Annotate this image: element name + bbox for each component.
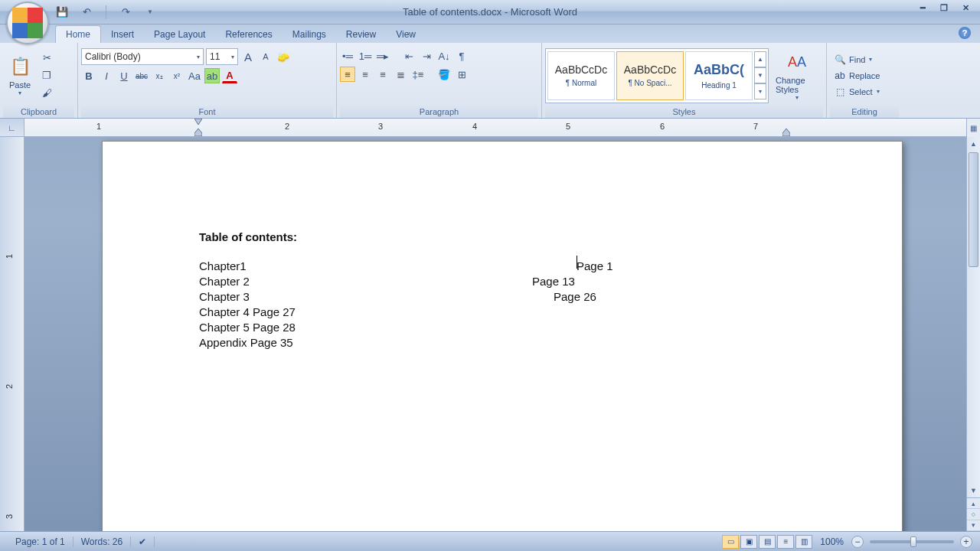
zoom-slider-knob[interactable] bbox=[910, 536, 916, 547]
ruler-tick-4: 4 bbox=[472, 122, 477, 131]
copy-button[interactable]: ❐ bbox=[39, 68, 54, 83]
scroll-thumb[interactable] bbox=[969, 152, 978, 267]
font-size-combo[interactable]: 11▾ bbox=[206, 48, 238, 65]
multilevel-list-button[interactable]: ═▸ bbox=[375, 48, 390, 64]
borders-button[interactable]: ⊞ bbox=[454, 67, 469, 82]
qat-customize-button[interactable]: ▼ bbox=[143, 5, 157, 19]
zoom-level[interactable]: 100% bbox=[820, 536, 844, 547]
style-heading-1[interactable]: AaBbC( Heading 1 bbox=[685, 51, 753, 100]
underline-button[interactable]: U bbox=[116, 68, 132, 83]
horizontal-ruler[interactable]: 1 2 3 4 5 6 7 bbox=[24, 119, 980, 136]
window-title: Table of contents.docx - Microsoft Word bbox=[403, 6, 577, 18]
superscript-button[interactable]: x² bbox=[169, 68, 185, 83]
bullets-button[interactable]: •═ bbox=[340, 48, 355, 64]
styles-scroll-up[interactable]: ▲ bbox=[754, 51, 766, 67]
numbering-button[interactable]: 1═ bbox=[358, 48, 373, 64]
find-icon: 🔍 bbox=[835, 54, 845, 65]
qat-separator bbox=[106, 5, 106, 19]
svg-marker-0 bbox=[194, 119, 202, 125]
style-normal[interactable]: AaBbCcDc ¶ Normal bbox=[547, 51, 615, 100]
shrink-font-button[interactable]: A bbox=[258, 49, 273, 64]
qat-redo-button[interactable]: ↷ bbox=[119, 5, 132, 19]
status-proofing[interactable]: ✔ bbox=[131, 536, 155, 547]
view-ruler-toggle[interactable]: ▦ bbox=[966, 119, 980, 137]
office-button[interactable] bbox=[6, 2, 49, 44]
scroll-up-button[interactable]: ▲ bbox=[967, 137, 980, 151]
scroll-down-button[interactable]: ▼ bbox=[967, 484, 980, 497]
change-case-button[interactable]: Aa bbox=[187, 68, 202, 83]
font-color-button[interactable]: A bbox=[222, 68, 237, 83]
web-layout-view-button[interactable]: ▤ bbox=[759, 535, 776, 549]
help-button[interactable]: ? bbox=[959, 27, 971, 39]
next-page-button[interactable]: ▾ bbox=[967, 520, 980, 531]
line-spacing-button[interactable]: ‡≡ bbox=[410, 67, 426, 82]
tab-review[interactable]: Review bbox=[336, 26, 386, 43]
justify-button[interactable]: ≣ bbox=[393, 67, 408, 82]
italic-button[interactable]: I bbox=[99, 68, 114, 83]
toc-entry-left: Chapter 5 Page 28 bbox=[199, 320, 296, 334]
sort-button[interactable]: A↓ bbox=[436, 48, 452, 64]
increase-indent-button[interactable]: ⇥ bbox=[419, 48, 434, 64]
minimize-button[interactable]: ━ bbox=[914, 2, 931, 14]
draft-view-button[interactable]: ▥ bbox=[795, 535, 812, 549]
ruler-tick-5: 5 bbox=[566, 122, 570, 131]
full-screen-view-button[interactable]: ▣ bbox=[740, 535, 757, 549]
styles-expand[interactable]: ▾ bbox=[754, 83, 766, 99]
status-page[interactable]: Page: 1 of 1 bbox=[8, 536, 74, 547]
font-family-combo[interactable]: Calibri (Body)▾ bbox=[81, 48, 204, 65]
clear-formatting-button[interactable]: 🧽 bbox=[276, 49, 291, 64]
paste-button[interactable]: 📋 Paste ▾ bbox=[3, 53, 37, 98]
status-words[interactable]: Words: 26 bbox=[74, 536, 131, 547]
format-painter-button[interactable]: 🖌 bbox=[39, 86, 54, 101]
svg-marker-2 bbox=[782, 129, 790, 136]
align-center-button[interactable]: ≡ bbox=[358, 67, 373, 82]
tab-selector[interactable]: ∟ bbox=[0, 119, 24, 137]
qat-undo-button[interactable]: ↶ bbox=[80, 5, 93, 19]
find-label: Find bbox=[849, 55, 865, 64]
cut-button[interactable]: ✂ bbox=[39, 51, 54, 66]
close-button[interactable]: ✕ bbox=[957, 2, 974, 14]
tab-home[interactable]: Home bbox=[55, 25, 101, 43]
ruler-tick-1: 1 bbox=[96, 122, 101, 131]
first-line-indent-marker[interactable] bbox=[194, 119, 202, 126]
vertical-scrollbar[interactable]: ▲ ▼ bbox=[966, 137, 980, 497]
maximize-button[interactable]: ❐ bbox=[936, 2, 952, 14]
select-button[interactable]: ⬚Select▾ bbox=[830, 85, 884, 99]
strikethrough-button[interactable]: abc bbox=[134, 68, 149, 83]
zoom-in-button[interactable]: + bbox=[960, 536, 972, 548]
previous-page-button[interactable]: ▴ bbox=[967, 498, 980, 509]
toc-entry-left: Chapter1 bbox=[199, 259, 247, 273]
vertical-ruler[interactable]: 1 2 3 bbox=[0, 137, 24, 531]
zoom-slider[interactable] bbox=[870, 540, 954, 543]
tab-insert[interactable]: Insert bbox=[101, 26, 144, 43]
select-browse-object-button[interactable]: ○ bbox=[967, 509, 980, 520]
tab-references[interactable]: References bbox=[215, 26, 282, 43]
grow-font-button[interactable]: A bbox=[240, 49, 256, 64]
document-page[interactable]: Table of contents: Chapter1Page 1Chapter… bbox=[102, 141, 903, 531]
align-right-button[interactable]: ≡ bbox=[375, 67, 390, 82]
style-normal-name: ¶ Normal bbox=[566, 79, 596, 87]
tab-mailings[interactable]: Mailings bbox=[283, 26, 336, 43]
styles-scroll-down[interactable]: ▼ bbox=[754, 67, 766, 83]
paste-dropdown-icon: ▾ bbox=[18, 90, 21, 96]
highlight-button[interactable]: ab bbox=[204, 68, 220, 83]
subscript-button[interactable]: x₂ bbox=[152, 68, 167, 83]
tab-page-layout[interactable]: Page Layout bbox=[144, 26, 215, 43]
right-indent-marker[interactable] bbox=[782, 129, 790, 136]
align-left-button[interactable]: ≡ bbox=[340, 67, 355, 82]
change-styles-button[interactable]: AA Change Styles ▾ bbox=[771, 48, 823, 103]
print-layout-view-button[interactable]: ▭ bbox=[722, 535, 739, 549]
outline-view-button[interactable]: ≡ bbox=[777, 535, 794, 549]
find-button[interactable]: 🔍Find▾ bbox=[830, 53, 884, 67]
style-no-spacing[interactable]: AaBbCcDc ¶ No Spaci... bbox=[616, 51, 684, 100]
tab-view[interactable]: View bbox=[386, 26, 426, 43]
zoom-out-button[interactable]: − bbox=[851, 536, 864, 548]
shading-button[interactable]: 🪣 bbox=[436, 67, 452, 82]
replace-button[interactable]: abReplace bbox=[830, 69, 884, 83]
qat-save-button[interactable]: 💾 bbox=[55, 5, 69, 19]
style-heading-1-name: Heading 1 bbox=[701, 81, 737, 90]
bold-button[interactable]: B bbox=[81, 68, 96, 83]
decrease-indent-button[interactable]: ⇤ bbox=[401, 48, 416, 64]
show-hide-button[interactable]: ¶ bbox=[454, 48, 469, 64]
left-indent-marker[interactable] bbox=[194, 129, 202, 136]
